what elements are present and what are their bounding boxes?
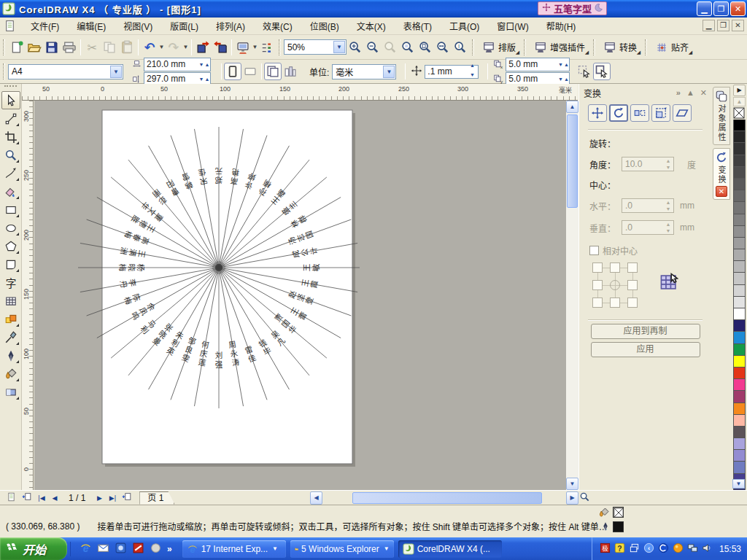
macro-button-4[interactable]: 贴齐◢ — [650, 39, 694, 56]
restore-button[interactable]: ❐ — [713, 1, 729, 16]
scroll-up-button[interactable]: ▲ — [566, 101, 578, 113]
outline-color-swatch[interactable] — [613, 521, 624, 532]
mdi-close-button[interactable]: ✕ — [732, 20, 744, 31]
menu-item-6[interactable]: 效果(C) — [254, 20, 301, 34]
vertical-scroll-thumb[interactable] — [567, 114, 578, 208]
color-swatch-23[interactable] — [733, 368, 746, 379]
undo-dropdown[interactable]: ▼ — [158, 44, 165, 50]
color-swatch-29[interactable] — [733, 438, 746, 450]
text-tool[interactable]: 字 — [1, 273, 20, 292]
color-swatch-26[interactable] — [733, 403, 746, 415]
color-swatch-12[interactable] — [733, 238, 746, 249]
next-page-button[interactable]: ▶ — [93, 492, 106, 504]
anchor-cell[interactable] — [610, 262, 620, 273]
docker-tab-close-icon[interactable]: ✕ — [716, 186, 727, 197]
task-button-2[interactable]: 5 Windows Explorer▼ — [290, 540, 394, 558]
toolbar-grip[interactable] — [645, 39, 647, 55]
toolbar-grip[interactable] — [472, 39, 474, 55]
prev-page-button[interactable]: ◀ — [48, 492, 61, 504]
menu-item-1[interactable]: 文件(F) — [22, 20, 68, 34]
blend-tool[interactable] — [1, 310, 20, 328]
horizontal-ruler[interactable]: 50050100150200250300350毫米 — [22, 84, 578, 101]
color-swatch-21[interactable] — [733, 344, 746, 356]
basic-shapes-tool[interactable] — [1, 255, 20, 273]
add-page-before-button[interactable] — [22, 491, 32, 504]
quick-launch-outlook[interactable] — [97, 542, 109, 556]
color-swatch-3[interactable] — [733, 131, 746, 143]
tray-red-ime[interactable]: 极 — [600, 542, 611, 556]
ime-indicator[interactable]: 五笔字型 — [538, 1, 607, 15]
rectangle-tool[interactable] — [1, 201, 20, 219]
tray-speaker[interactable] — [702, 542, 713, 556]
menu-item-11[interactable]: 窗口(W) — [488, 20, 537, 34]
pan-navigator-button[interactable] — [579, 491, 590, 505]
spin-down-icon[interactable]: ▼ — [198, 58, 204, 71]
scroll-right-button[interactable]: ▶ — [566, 491, 578, 505]
zoom-page-button[interactable] — [417, 39, 434, 56]
relative-center-checkbox[interactable] — [589, 246, 599, 255]
scroll-left-button[interactable]: ◀ — [310, 491, 322, 505]
zoom-in-button[interactable] — [347, 39, 364, 56]
add-page-after-button[interactable] — [122, 491, 132, 504]
combo-arrow-icon[interactable]: ▼ — [383, 66, 395, 78]
color-swatch-1[interactable] — [733, 107, 746, 120]
treat-as-filled-button[interactable] — [576, 63, 593, 80]
units-combo[interactable]: 毫米▼ — [332, 64, 396, 79]
title-bar[interactable]: CorelDRAW X4 （ 专业版 ） - [图形1] 五笔字型 ▁ ❐ ✕ — [0, 0, 747, 18]
task-button-3[interactable]: CorelDRAW X4 (... — [398, 540, 502, 558]
new-button[interactable] — [8, 39, 26, 56]
smart-fill-tool[interactable] — [1, 182, 20, 201]
minimize-button[interactable]: ▁ — [697, 1, 712, 16]
freehand-tool[interactable] — [1, 164, 20, 182]
vertical-ruler[interactable]: 300250200150100500 — [22, 101, 34, 490]
zoom-tool[interactable] — [1, 146, 20, 164]
crop-tool[interactable] — [1, 128, 20, 146]
copy-button[interactable] — [101, 39, 118, 56]
transform-position-button[interactable] — [588, 104, 607, 122]
color-swatch-14[interactable] — [733, 261, 746, 273]
tray-restore-win[interactable] — [629, 542, 640, 556]
options-button[interactable] — [258, 39, 276, 56]
palette-scroll-up-button[interactable]: ▲ — [733, 97, 746, 106]
horizontal-scrollbar[interactable]: ◀ ▶ — [310, 491, 578, 505]
mdi-restore-button[interactable]: ❐ — [717, 20, 729, 31]
page-tab[interactable]: 页 1 — [139, 491, 174, 505]
docker-expand-icon[interactable]: » — [676, 88, 681, 97]
task-button-1[interactable]: e17 Internet Exp...▼ — [182, 540, 286, 558]
color-swatch-18[interactable] — [733, 308, 746, 320]
tray-network[interactable] — [687, 542, 698, 556]
tray-chevron[interactable]: ‹ — [643, 542, 654, 556]
color-swatch-22[interactable] — [733, 356, 746, 368]
propbar-grip[interactable] — [3, 63, 5, 79]
color-swatch-19[interactable] — [733, 320, 746, 332]
macro-button-2[interactable]: 增强插件◢ — [529, 39, 590, 56]
anchor-cell[interactable] — [627, 298, 638, 308]
color-swatch-27[interactable] — [733, 415, 746, 427]
color-swatch-9[interactable] — [733, 202, 746, 214]
spin-up-icon[interactable]: ▲ — [204, 73, 210, 85]
spin-down-icon[interactable]: ▼ — [557, 73, 563, 85]
zoom-actual-button[interactable] — [382, 39, 399, 56]
docker-tab-对象属性[interactable]: 对象属性 — [713, 87, 730, 145]
color-swatch-8[interactable] — [733, 190, 746, 202]
toolbar-grip[interactable] — [524, 39, 526, 55]
toolbar-grip[interactable] — [593, 39, 595, 55]
color-swatch-24[interactable] — [733, 379, 746, 391]
color-swatch-11[interactable] — [733, 226, 746, 238]
apply-button[interactable]: 应用 — [591, 342, 700, 357]
paste-button[interactable] — [118, 39, 136, 56]
anchor-cell[interactable] — [627, 262, 638, 273]
menu-item-8[interactable]: 文本(X) — [348, 20, 395, 34]
color-swatch-31[interactable] — [733, 462, 746, 473]
color-swatch-15[interactable] — [733, 273, 746, 284]
transform-skew-button[interactable] — [673, 104, 692, 122]
menu-item-4[interactable]: 版面(L) — [161, 20, 207, 34]
eyedropper-tool[interactable] — [1, 328, 20, 346]
table-tool[interactable] — [1, 292, 20, 310]
portrait-button[interactable] — [224, 63, 241, 80]
palette-flyout-button[interactable]: ▶ — [733, 85, 746, 96]
transform-scale-mirror-button[interactable] — [630, 104, 649, 122]
menu-item-5[interactable]: 排列(A) — [207, 20, 254, 34]
zoom-level-combo[interactable]: 50%▼ — [284, 39, 347, 55]
all-pages-button[interactable] — [264, 63, 282, 80]
